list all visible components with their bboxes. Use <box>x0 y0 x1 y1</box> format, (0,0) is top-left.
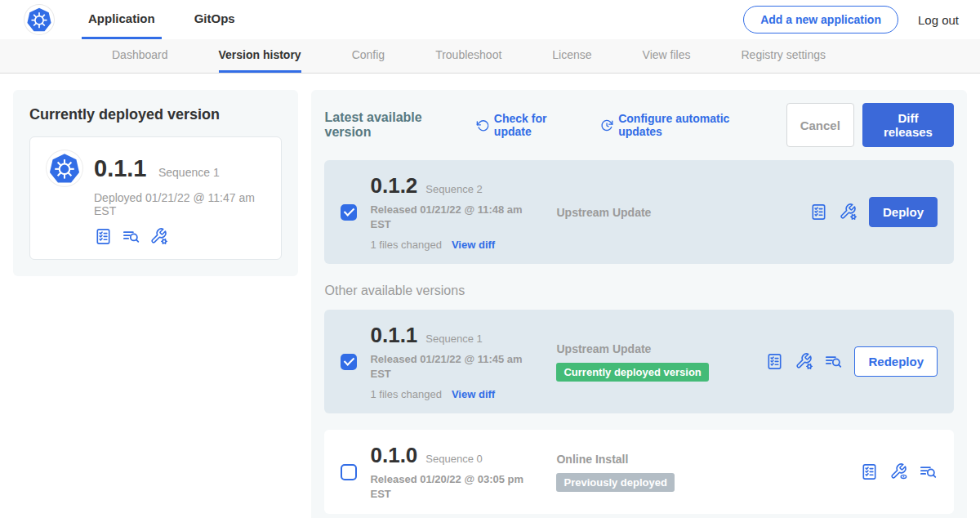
clock-refresh-icon <box>600 118 613 132</box>
deployed-sequence-label: Sequence 1 <box>158 166 220 179</box>
view-diff-link[interactable]: View diff <box>452 388 495 400</box>
app-subnav: Dashboard Version history Config Trouble… <box>0 39 980 74</box>
latest-version-title: Latest available version <box>324 110 464 140</box>
other-versions-title: Other available versions <box>324 284 954 298</box>
main-content: Currently deployed version 0.1.1 Sequenc… <box>0 74 980 518</box>
logout-button[interactable]: Log out <box>918 13 959 27</box>
files-changed-label: 1 files changed <box>370 388 441 400</box>
version-checkbox[interactable] <box>341 464 357 480</box>
deployed-timestamp: Deployed 01/21/22 @ 11:47 am EST <box>94 191 265 217</box>
tab-gitops[interactable]: GitOps <box>188 0 242 39</box>
view-files-magnifier-icon[interactable] <box>824 352 843 371</box>
version-number: 0.1.0 <box>370 443 417 468</box>
preflight-checklist-icon[interactable] <box>765 352 784 371</box>
configure-updates-link[interactable]: Configure automatic updates <box>600 112 768 138</box>
tab-troubleshoot[interactable]: Troubleshoot <box>435 39 501 73</box>
latest-version-header: Latest available version Check for updat… <box>324 103 954 147</box>
released-timestamp: Released 01/20/22 @ 03:05 pm EST <box>370 472 530 501</box>
version-source-label: Upstream Update <box>556 206 651 219</box>
config-wrench-gear-icon[interactable] <box>795 352 813 371</box>
version-history-panel: Latest available version Check for updat… <box>311 90 967 518</box>
version-checkbox[interactable] <box>341 354 357 370</box>
header-tabs: Application GitOps <box>82 0 242 39</box>
header-right: Add a new application Log out <box>743 0 959 39</box>
tab-view-files[interactable]: View files <box>643 39 691 73</box>
configure-updates-label: Configure automatic updates <box>618 112 768 138</box>
app-logo-icon <box>47 150 82 186</box>
sequence-label: Sequence 0 <box>425 453 482 465</box>
deployed-panel-title: Currently deployed version <box>29 106 282 123</box>
released-timestamp: Released 01/21/22 @ 11:45 am EST <box>370 352 530 381</box>
check-for-update-link[interactable]: Check for update <box>476 112 582 138</box>
view-diff-link[interactable]: View diff <box>452 239 495 251</box>
currently-deployed-badge: Currently deployed version <box>556 363 708 382</box>
kubernetes-logo-icon <box>24 5 54 34</box>
released-timestamp: Released 01/21/22 @ 11:48 am EST <box>370 203 530 231</box>
preflight-checklist-icon[interactable] <box>860 462 879 481</box>
sequence-label: Sequence 1 <box>425 333 482 345</box>
check-for-update-label: Check for update <box>494 112 582 138</box>
version-source-label: Upstream Update <box>556 342 651 355</box>
version-card-0-1-1: 0.1.1 Sequence 1 Released 01/21/22 @ 11:… <box>324 310 954 413</box>
tab-config[interactable]: Config <box>352 39 385 73</box>
previously-deployed-badge: Previously deployed <box>556 473 674 492</box>
version-source-label: Online Install <box>556 453 628 466</box>
config-wrench-gear-icon[interactable] <box>839 203 858 221</box>
deployed-version-card: 0.1.1 Sequence 1 Deployed 01/21/22 @ 11:… <box>29 136 282 260</box>
tab-application[interactable]: Application <box>82 0 162 39</box>
version-number: 0.1.1 <box>370 323 417 348</box>
refresh-icon <box>476 118 489 132</box>
view-files-magnifier-icon[interactable] <box>919 462 938 481</box>
redeploy-button[interactable]: Redeploy <box>854 346 938 377</box>
config-wrench-gear-icon[interactable] <box>149 227 168 246</box>
cancel-button[interactable]: Cancel <box>786 103 854 147</box>
preflight-checklist-icon[interactable] <box>94 227 113 246</box>
version-number: 0.1.2 <box>370 173 417 199</box>
tab-version-history[interactable]: Version history <box>219 39 301 73</box>
config-wrench-eye-icon[interactable] <box>889 462 908 481</box>
version-card-0-1-2: 0.1.2 Sequence 2 Released 01/21/22 @ 11:… <box>324 160 954 264</box>
view-files-magnifier-icon[interactable] <box>122 227 140 246</box>
preflight-checklist-icon[interactable] <box>809 203 828 221</box>
deploy-button[interactable]: Deploy <box>869 197 938 227</box>
version-card-0-1-0: 0.1.0 Sequence 0 Released 01/20/22 @ 03:… <box>324 430 954 514</box>
top-nav: Application GitOps Add a new application… <box>0 0 980 39</box>
diff-releases-button[interactable]: Diff releases <box>862 103 954 147</box>
deployed-version-number: 0.1.1 <box>94 155 147 181</box>
files-changed-label: 1 files changed <box>370 239 441 251</box>
tab-license[interactable]: License <box>552 39 591 73</box>
tab-registry-settings[interactable]: Registry settings <box>741 39 825 73</box>
sequence-label: Sequence 2 <box>425 183 482 195</box>
add-application-button[interactable]: Add a new application <box>743 6 898 33</box>
version-checkbox[interactable] <box>341 204 357 221</box>
tab-dashboard[interactable]: Dashboard <box>112 39 168 73</box>
currently-deployed-panel: Currently deployed version 0.1.1 Sequenc… <box>13 90 298 276</box>
